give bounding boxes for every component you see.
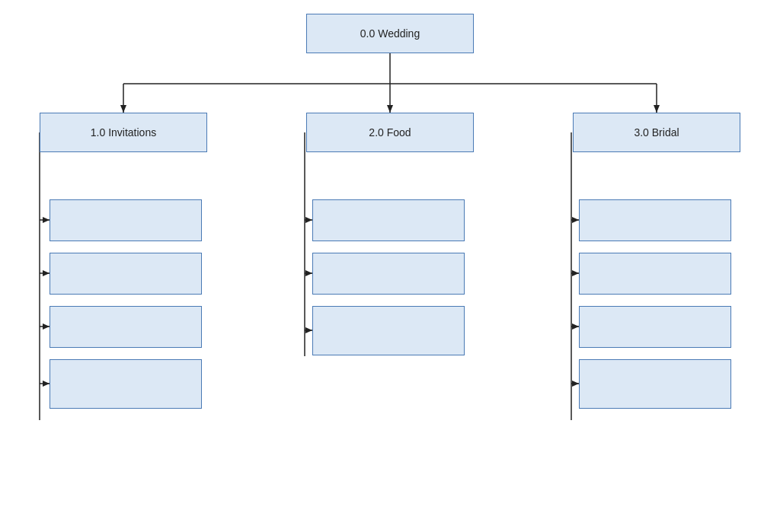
food-child-3 bbox=[312, 306, 465, 355]
svg-marker-10 bbox=[43, 217, 50, 223]
bridal-child-1 bbox=[579, 199, 731, 241]
bridal-child-3 bbox=[579, 306, 731, 348]
bridal-child-4 bbox=[579, 359, 731, 409]
svg-marker-25 bbox=[305, 327, 312, 333]
invitations-child-3 bbox=[50, 306, 202, 348]
l1-food-node: 2.0 Food bbox=[306, 113, 474, 152]
bridal-label: 3.0 Bridal bbox=[634, 126, 679, 139]
svg-marker-21 bbox=[305, 217, 312, 223]
svg-marker-23 bbox=[305, 270, 312, 276]
diagram: 0.0 Wedding 1.0 Invitations 2.0 Food 3.0… bbox=[0, 0, 780, 532]
bridal-child-2 bbox=[579, 253, 731, 295]
l1-bridal-node: 3.0 Bridal bbox=[573, 113, 740, 152]
svg-marker-5 bbox=[387, 105, 393, 113]
svg-marker-7 bbox=[654, 105, 660, 113]
svg-marker-12 bbox=[43, 270, 50, 276]
food-label: 2.0 Food bbox=[369, 126, 411, 139]
invitations-child-2 bbox=[50, 253, 202, 295]
root-label: 0.0 Wedding bbox=[360, 27, 420, 40]
invitations-child-4 bbox=[50, 359, 202, 409]
l1-invitations-node: 1.0 Invitations bbox=[40, 113, 207, 152]
svg-marker-16 bbox=[43, 381, 50, 387]
root-node: 0.0 Wedding bbox=[306, 14, 474, 53]
svg-marker-29 bbox=[572, 217, 579, 223]
food-child-2 bbox=[312, 253, 465, 295]
svg-marker-35 bbox=[572, 381, 579, 387]
svg-marker-14 bbox=[43, 323, 50, 330]
invitations-child-1 bbox=[50, 199, 202, 241]
svg-marker-3 bbox=[120, 105, 126, 113]
food-child-1 bbox=[312, 199, 465, 241]
svg-marker-31 bbox=[572, 270, 579, 276]
svg-marker-33 bbox=[572, 323, 579, 330]
invitations-label: 1.0 Invitations bbox=[91, 126, 156, 139]
